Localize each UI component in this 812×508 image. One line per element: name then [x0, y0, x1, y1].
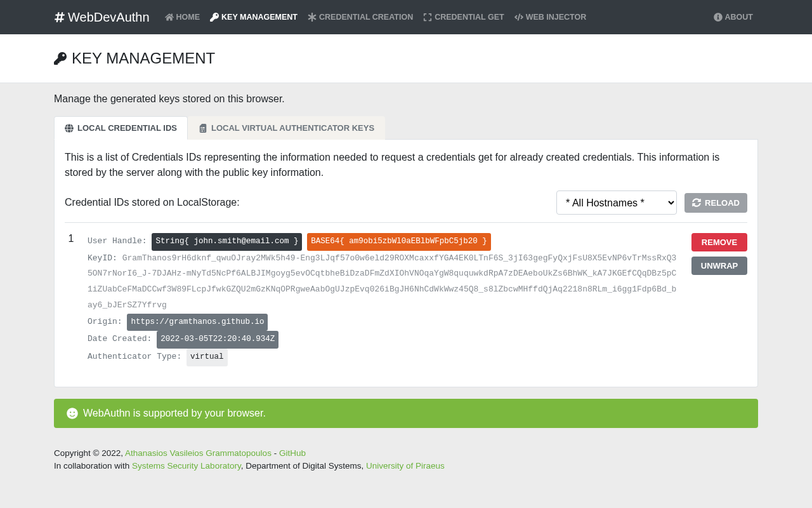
keyid-label: KeyID: [88, 253, 117, 263]
footer-copyright: Copyright © 2022, [54, 448, 125, 458]
nav-web-injector[interactable]: Web Injector [509, 8, 592, 27]
nav-credential-get-label: Credential Get [435, 13, 504, 22]
code-icon [514, 13, 523, 22]
nav-about-label: About [725, 13, 753, 22]
footer-dash: - [272, 448, 279, 458]
listing-label: Credential IDs stored on LocalStorage: [65, 197, 549, 208]
page-title-text: KEY MANAGEMENT [72, 50, 215, 67]
tab-virtual-auth-keys[interactable]: Local Virtual Authenticator Keys [188, 116, 385, 140]
nav-credential-get[interactable]: Credential Get [418, 8, 509, 27]
main-container: Manage the generated keys stored on this… [54, 83, 758, 438]
origin-label: Origin: [88, 317, 122, 326]
nav-key-management[interactable]: Key Management [205, 8, 303, 27]
user-handle-label: User Handle: [88, 236, 147, 246]
footer-github-link[interactable]: GitHub [279, 448, 306, 458]
hashtag-icon [54, 11, 65, 23]
date-created-value: 2022-03-05T22:20:40.934Z [157, 331, 278, 349]
tab-local-credential-ids[interactable]: Local Credential IDs [54, 116, 188, 140]
intro-text: Manage the generated keys stored on this… [54, 93, 758, 105]
footer: Copyright © 2022, Athanasios Vasileios G… [54, 438, 758, 492]
credential-item: 1 User Handle: String{ john.smith@email.… [65, 231, 747, 377]
asterisk-icon [308, 13, 317, 22]
navbar: WebDevAuthn Home Key Management Credenti… [0, 0, 812, 34]
reload-label: Reload [705, 198, 740, 208]
reload-button[interactable]: Reload [684, 193, 747, 213]
date-created-label: Date Created: [88, 334, 152, 344]
brand-logo[interactable]: WebDevAuthn [54, 10, 150, 25]
key-icon [54, 52, 67, 65]
nav-credential-creation-label: Credential Creation [319, 13, 413, 22]
alert-text: WebAuthn is supported by your browser. [83, 408, 266, 419]
local-ids-description: This is a list of Credentials IDs repres… [65, 150, 747, 180]
auth-type-label: Authenticator Type: [88, 352, 181, 361]
page-title: KEY MANAGEMENT [54, 50, 758, 67]
nav-key-management-label: Key Management [221, 13, 298, 22]
nav-about[interactable]: About [709, 8, 758, 27]
footer-author-link[interactable]: Athanasios Vasileios Grammatopoulos [125, 448, 272, 458]
credential-number: 1 [65, 233, 77, 366]
tabs: Local Credential IDs Local Virtual Authe… [54, 116, 758, 140]
footer-univ-link[interactable]: University of Piraeus [366, 461, 445, 471]
tab-local-ids-label: Local Credential IDs [77, 123, 177, 133]
footer-dept: , Department of Digital Systems, [241, 461, 366, 471]
sim-card-icon [199, 124, 207, 133]
key-icon [210, 13, 219, 22]
nav-home[interactable]: Home [160, 8, 206, 27]
unwrap-button[interactable]: Unwrap [691, 257, 747, 275]
tab-virtual-keys-label: Local Virtual Authenticator Keys [211, 123, 374, 133]
origin-value: https://gramthanos.github.io [127, 314, 268, 331]
nav-credential-creation[interactable]: Credential Creation [303, 8, 418, 27]
footer-ssl-link[interactable]: Systems Security Laboratory [132, 461, 241, 471]
nav-web-injector-label: Web Injector [526, 13, 587, 22]
reload-icon [692, 198, 701, 207]
expand-icon [423, 13, 432, 22]
home-icon [165, 13, 174, 22]
auth-type-value: virtual [187, 349, 228, 366]
smile-icon [67, 408, 78, 419]
info-circle-icon [714, 13, 723, 22]
webauthn-support-alert: WebAuthn is supported by your browser. [54, 399, 758, 428]
nav-home-label: Home [176, 13, 200, 22]
keyid-value: GramThanos9rH6dknf_qwuOJray2MWk5h49-Eng3… [88, 253, 676, 310]
footer-collab-prefix: In collaboration with [54, 461, 132, 471]
user-handle-string: String{ john.smith@email.com } [152, 233, 302, 251]
brand-text: WebDevAuthn [68, 10, 150, 25]
user-handle-base64: BASE64{ am9obi5zbWl0aEBlbWFpbC5jb20 } [307, 233, 491, 251]
remove-button[interactable]: Remove [691, 233, 747, 251]
tab-content: This is a list of Credentials IDs repres… [54, 140, 758, 387]
hostnames-select[interactable]: * All Hostnames * [556, 190, 677, 215]
globe-icon [65, 124, 74, 133]
page-header: KEY MANAGEMENT [0, 34, 812, 83]
